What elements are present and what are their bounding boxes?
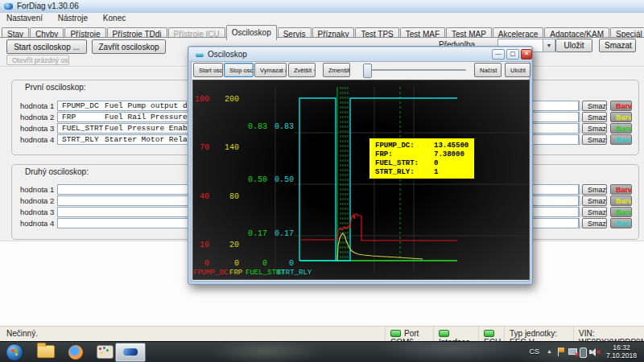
ulozit-osc-button[interactable]: Uložit [505, 63, 530, 77]
app-icon [4, 3, 13, 10]
zavrit-osciloskop-button[interactable]: Zavřít osciloskop [92, 39, 166, 54]
row-label: hodnota 2 [20, 113, 54, 121]
barva-row-button[interactable]: Barva [610, 207, 632, 217]
osc-titlebar[interactable]: Osciloskop [189, 47, 531, 61]
volume-muted-icon[interactable]: ✕ [589, 348, 601, 356]
smazat-row-button[interactable]: Smazat [582, 207, 607, 217]
statusbar: Nečinný. Port COM6 Interface ECU Typ jed… [0, 326, 644, 342]
network-icon[interactable]: ✕ [568, 348, 578, 357]
chevron-down-icon[interactable]: ▼ [543, 39, 555, 51]
screen: ForDiag v1.30.06 Nastavení Nástroje Kone… [0, 0, 644, 362]
port-led-icon [390, 330, 401, 337]
smazat-row-button[interactable]: Smazat [582, 195, 607, 206]
maximize-button[interactable]: ▢ [506, 49, 519, 60]
signal-name: STRT_RLY [62, 135, 99, 145]
window-title: ForDiag v1.30.06 [17, 2, 79, 10]
fordiag-task-icon [123, 348, 138, 356]
barva-row-button[interactable]: Barva [610, 195, 632, 206]
barva-row-button[interactable]: Barva [610, 112, 632, 122]
osc-title: Osciloskop [208, 50, 247, 59]
menubar: Nastavení Nástroje Konec [0, 13, 644, 24]
group1-title: První osciloskop: [25, 83, 86, 92]
nacist-button[interactable]: Načíst [474, 63, 502, 77]
svg-text:0.17: 0.17 [248, 229, 267, 238]
svg-text:0.83: 0.83 [248, 122, 267, 131]
svg-text:0.50: 0.50 [248, 175, 267, 184]
status-port: Port COM6 [385, 327, 433, 342]
windows-flag-icon [11, 349, 18, 356]
svg-text:0.17: 0.17 [275, 229, 294, 238]
zoom-slider-thumb[interactable] [363, 64, 372, 78]
tab-osciloskop[interactable]: Osciloskop [226, 25, 277, 40]
explorer-icon[interactable] [37, 345, 55, 358]
svg-text:70: 70 [200, 143, 209, 152]
smazat-row-button[interactable]: Smazat [582, 101, 607, 111]
svg-text:0.50: 0.50 [275, 175, 294, 184]
signal-name: FRP [62, 113, 76, 122]
status-state: Nečinný. [6, 329, 38, 338]
zmen-it-button[interactable]: Zmenšit - [323, 63, 350, 77]
svg-text:0: 0 [262, 259, 267, 268]
action-center-flag-icon[interactable] [557, 348, 565, 356]
smazat-row-button[interactable]: Smazat [582, 134, 607, 145]
menu-konec[interactable]: Konec [97, 13, 132, 23]
barva-row-button[interactable]: Barva [610, 134, 632, 145]
status-unit: Typ jednotky: EEC-V [504, 327, 573, 342]
osciloskop-window: Osciloskop — ▢ ✕ Start oscil.Stop oscil.… [188, 46, 533, 285]
smazat-row-button[interactable]: Smazat [582, 184, 607, 195]
svg-text:40: 40 [200, 192, 209, 201]
row-label: hodnota 3 [20, 208, 54, 216]
svg-text:0.83: 0.83 [275, 122, 294, 131]
barva-row-button[interactable]: Barva [610, 123, 632, 134]
smazat-row-button[interactable]: Smazat [582, 112, 607, 122]
osc-window-icon [196, 53, 204, 57]
smazat-row-button[interactable]: Smazat [582, 123, 607, 134]
start-oscil-button[interactable]: Start oscil. [193, 63, 223, 77]
tray-expand-icon[interactable]: ▲ [547, 348, 552, 354]
minimize-button[interactable]: — [492, 49, 505, 60]
svg-text:80: 80 [229, 192, 239, 201]
device-icon[interactable] [580, 348, 587, 358]
row-label: hodnota 3 [20, 124, 54, 133]
svg-text:FPUMP_DC: FPUMP_DC [193, 269, 229, 277]
menu-nastaveni[interactable]: Nastavení [0, 13, 49, 23]
otevrit-prazdny-button[interactable]: Otevřít prázdný osc [6, 55, 69, 65]
ulozit-top-button[interactable]: Uložit [555, 39, 592, 52]
svg-text:20: 20 [229, 241, 239, 249]
fordiag-taskbar-button[interactable] [115, 343, 146, 362]
chart-tooltip: FPUMP_DC:13.45500FRP:7.38000FUEL_STRT:0S… [369, 138, 474, 179]
paint-icon[interactable] [97, 345, 114, 359]
clock[interactable]: 16:32 7.10.2018 [601, 343, 642, 360]
svg-text:100: 100 [195, 95, 209, 104]
smazat-top-button[interactable]: Smazat [599, 39, 636, 52]
group2-title: Druhý osciloskop: [25, 167, 89, 176]
zv-t-it-button[interactable]: Zvětšit + [288, 63, 316, 77]
zoom-slider-track[interactable] [363, 69, 466, 71]
tab-strip: StavChybyPřístrojePřístroje TDdiPřístroj… [2, 24, 644, 38]
barva-row-button[interactable]: Barva [610, 218, 632, 228]
status-vin: VIN: WF0PXXWPDP9M7840 [573, 327, 644, 342]
stop-oscil-button[interactable]: Stop oscil. [224, 63, 254, 77]
language-indicator[interactable]: CS [529, 348, 539, 356]
svg-text:FRP: FRP [229, 269, 242, 277]
interface-led-icon [439, 330, 449, 337]
start-osciloskop-button[interactable]: Start osciloskop ... [6, 39, 87, 54]
status-ecu: ECU [478, 327, 504, 342]
start-button[interactable] [6, 343, 23, 361]
main-titlebar[interactable]: ForDiag v1.30.06 [0, 0, 644, 14]
taskbar: CS ▲ ✕ ✕ 16:32 7.10.2018 [0, 341, 644, 362]
oscilloscope-chart[interactable]: 1007040100FPUMP_DC20014080200FRP0.830.50… [192, 80, 530, 280]
svg-text:STRT_RLY: STRT_RLY [277, 269, 312, 277]
status-interface: Interface [433, 327, 478, 342]
vymazat-oscil-button[interactable]: Vymazat oscil [254, 63, 287, 77]
barva-row-button[interactable]: Barva [610, 184, 632, 195]
firefox-icon[interactable] [68, 345, 83, 360]
barva-row-button[interactable]: Barva [610, 101, 632, 111]
smazat-row-button[interactable]: Smazat [582, 218, 607, 228]
menu-nastroje[interactable]: Nástroje [52, 13, 94, 23]
close-button[interactable]: ✕ [521, 49, 532, 60]
ecu-led-icon [484, 330, 494, 337]
signal-name: FPUMP_DC [62, 101, 99, 111]
row-label: hodnota 1 [20, 101, 54, 110]
svg-text:0: 0 [289, 259, 294, 268]
